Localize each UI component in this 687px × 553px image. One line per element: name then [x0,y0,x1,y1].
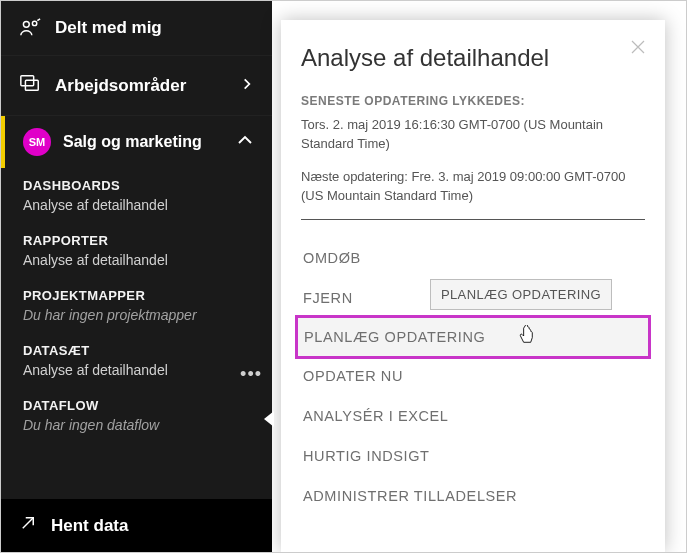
section-item-empty: Du har ingen dataflow [1,416,272,443]
menu-manage-permissions[interactable]: ADMINISTRER TILLADELSER [301,476,645,516]
more-options-icon[interactable]: ••• [240,364,266,385]
section-item[interactable]: Analyse af detailhandel [1,196,272,223]
workspaces-icon [19,72,41,99]
get-data-label: Hent data [51,516,128,536]
sidebar-workspaces[interactable]: Arbejdsområder [1,56,272,116]
active-workspace-row[interactable]: SM Salg og marketing [1,116,272,168]
workspace-name: Salg og marketing [63,133,202,151]
sidebar-shared-with-me[interactable]: Delt med mig [1,1,272,56]
chevron-right-icon [240,76,254,96]
section-dataflows: DATAFLOW Du har ingen dataflow [1,388,272,443]
panel-title: Analyse af detailhandel [301,44,645,72]
section-reports: RAPPORTER Analyse af detailhandel [1,223,272,278]
section-item-empty: Du har ingen projektmapper [1,306,272,333]
section-item[interactable]: Analyse af detailhandel [1,361,190,388]
menu-analyze-excel[interactable]: ANALYSÉR I EXCEL [301,396,645,436]
divider [301,219,645,220]
section-head: DATAFLOW [1,388,272,416]
section-head: RAPPORTER [1,223,272,251]
menu-quick-insights[interactable]: HURTIG INDSIGT [301,436,645,476]
section-dashboards: DASHBOARDS Analyse af detailhandel [1,168,272,223]
section-head: DASHBOARDS [1,168,272,196]
people-share-icon [19,17,41,39]
menu-schedule-label: PLANLÆG OPDATERING [304,329,485,345]
chevron-up-icon [236,131,254,153]
next-refresh-time: Næste opdatering: Fre. 3. maj 2019 09:00… [301,168,645,206]
svg-point-1 [32,21,36,25]
context-panel: Analyse af detailhandel SENESTE OPDATERI… [281,20,665,552]
hand-cursor-icon [516,325,536,350]
close-icon[interactable] [629,38,647,61]
section-datasets: DATASÆT Analyse af detailhandel ••• [1,333,272,388]
section-workbooks: PROJEKTMAPPER Du har ingen projektmapper [1,278,272,333]
section-head: PROJEKTMAPPER [1,278,272,306]
workspaces-label: Arbejdsområder [55,76,186,96]
menu-schedule-refresh[interactable]: PLANLÆG OPDATERING PLANLÆG OPDATERING [295,315,651,359]
last-refresh-time: Tors. 2. maj 2019 16:16:30 GMT-0700 (US … [301,116,645,154]
arrow-up-right-icon [19,514,37,537]
svg-point-0 [23,21,29,27]
section-head: DATASÆT [1,333,272,361]
last-refresh-head: SENESTE OPDATERING LYKKEDES: [301,94,645,108]
menu-rename[interactable]: OMDØB [301,238,645,278]
flyout-pointer [264,411,274,427]
tooltip: PLANLÆG OPDATERING [430,279,612,310]
shared-label: Delt med mig [55,18,162,38]
section-item[interactable]: Analyse af detailhandel [1,251,272,278]
menu-refresh-now[interactable]: OPDATER NU [301,356,645,396]
sidebar: Delt med mig Arbejdsområder SM Salg og m… [1,1,272,552]
workspace-avatar: SM [23,128,51,156]
get-data-button[interactable]: Hent data [1,499,272,552]
